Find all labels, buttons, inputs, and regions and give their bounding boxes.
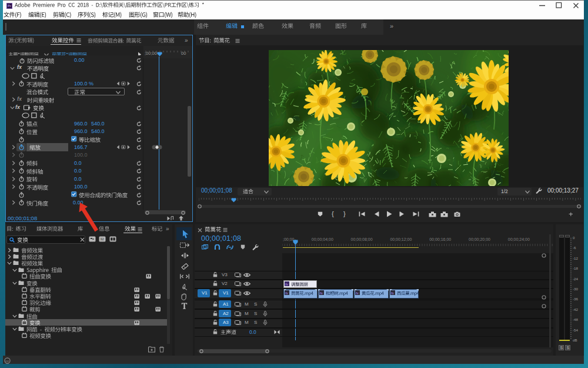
svg-text:co: co — [5, 359, 9, 363]
svg-text:32: 32 — [100, 237, 104, 241]
